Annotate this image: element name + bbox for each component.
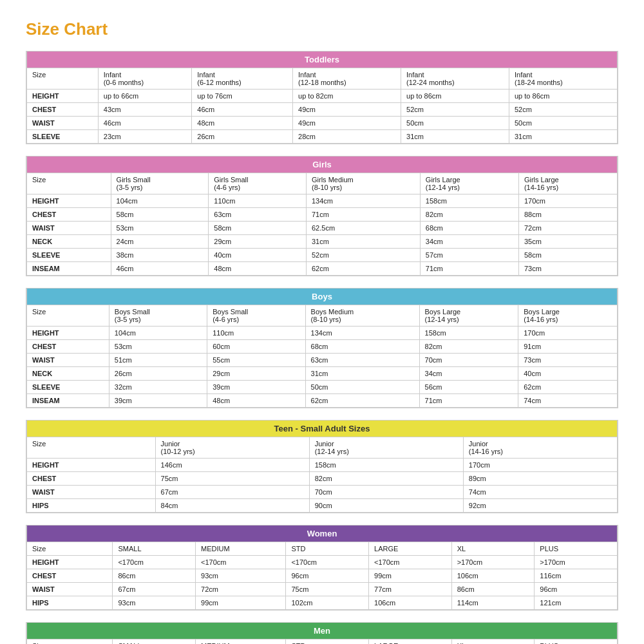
table-cell: <170cm (196, 556, 286, 569)
women-col-1: SMALL (113, 542, 196, 556)
table-cell: 96cm (535, 583, 618, 596)
table-cell: 39cm (109, 394, 207, 408)
toddlers-col-0: Size (27, 68, 99, 90)
table-cell: 24cm (111, 235, 209, 249)
table-cell: 121cm (535, 596, 618, 610)
women-col-0: Size (27, 542, 113, 556)
teen-label: HIPS (27, 499, 156, 513)
table-cell: 110cm (207, 327, 305, 340)
boys-label: INSEAM (27, 394, 109, 408)
page-title: Size Chart (26, 19, 618, 39)
table-cell: 62.5cm (307, 222, 421, 235)
table-cell: 35cm (518, 235, 617, 249)
table-cell: 50cm (305, 381, 419, 394)
table-cell: 62cm (305, 394, 419, 408)
table-cell: 114cm (451, 596, 535, 610)
table-cell: 99cm (369, 569, 452, 583)
women-col-6: PLUS (535, 542, 618, 556)
table-cell: 134cm (307, 194, 421, 208)
girls-label: INSEAM (27, 262, 111, 276)
table-cell: 104cm (111, 194, 209, 208)
table-row: WAIST67cm72cm75cm77cm86cm96cm (27, 583, 618, 596)
table-cell: 63cm (209, 208, 307, 222)
girls-col-4: Girls Large (12-14 yrs) (420, 173, 518, 194)
boys-label: WAIST (27, 354, 109, 367)
boys-col-5: Boys Large (14-16 yrs) (518, 305, 618, 327)
girls-col-0: Size (27, 173, 111, 194)
table-cell: 49cm (293, 117, 401, 130)
table-cell: 40cm (209, 249, 307, 262)
women-header: Women (27, 526, 618, 542)
table-cell: 170cm (463, 459, 617, 472)
women-col-3: STD (286, 542, 369, 556)
table-cell: 55cm (207, 354, 305, 367)
table-cell: 32cm (109, 381, 207, 394)
toddlers-label: WAIST (27, 117, 99, 130)
men-col-6: PLUS (535, 639, 618, 645)
table-row: NECK24cm29cm31cm34cm35cm (27, 235, 618, 249)
table-cell: 75cm (286, 583, 369, 596)
table-cell: 50cm (509, 117, 618, 130)
toddlers-col-5: Infant (18-24 months) (509, 68, 618, 90)
table-cell: 73cm (518, 262, 617, 276)
table-cell: up to 76cm (192, 90, 293, 103)
table-row: WAIST51cm55cm63cm70cm73cm (27, 354, 618, 367)
table-cell: 106cm (451, 569, 535, 583)
teen-label: WAIST (27, 486, 156, 499)
table-cell: 106cm (369, 596, 452, 610)
table-cell: 86cm (451, 583, 535, 596)
table-cell: 91cm (518, 340, 618, 354)
table-cell: 90cm (309, 499, 463, 513)
table-cell: 158cm (420, 194, 518, 208)
table-cell: 67cm (155, 486, 309, 499)
table-cell: 34cm (419, 367, 518, 381)
table-row: SLEEVE23cm26cm28cm31cm31cm (27, 130, 618, 144)
table-row: HEIGHTup to 66cmup to 76cmup to 82cmup t… (27, 90, 618, 103)
table-row: CHEST53cm60cm68cm82cm91cm (27, 340, 618, 354)
table-cell: 86cm (113, 569, 196, 583)
table-row: HEIGHT104cm110cm134cm158cm170cm (27, 327, 618, 340)
table-cell: 72cm (196, 583, 286, 596)
table-cell: 99cm (196, 596, 286, 610)
table-cell: 31cm (509, 130, 618, 144)
table-row: HIPS84cm90cm92cm (27, 499, 618, 513)
table-cell: 23cm (98, 130, 192, 144)
table-cell: 72cm (518, 222, 617, 235)
women-col-4: LARGE (369, 542, 452, 556)
men-header: Men (27, 623, 618, 639)
table-cell: 75cm (155, 472, 309, 486)
table-row: CHEST58cm63cm71cm82cm88cm (27, 208, 618, 222)
table-cell: >170cm (535, 556, 618, 569)
table-cell: 89cm (463, 472, 617, 486)
table-cell: 43cm (98, 103, 192, 117)
table-cell: 39cm (207, 381, 305, 394)
table-row: CHEST86cm93cm96cm99cm106cm116cm (27, 569, 618, 583)
table-cell: 77cm (369, 583, 452, 596)
table-cell: 34cm (420, 235, 518, 249)
teen-col-3: Junior (14-16 yrs) (463, 437, 617, 459)
table-cell: 93cm (113, 596, 196, 610)
teen-col-1: Junior (10-12 yrs) (155, 437, 309, 459)
toddlers-label: SLEEVE (27, 130, 99, 144)
boys-label: SLEEVE (27, 381, 109, 394)
table-cell: up to 86cm (401, 90, 509, 103)
boys-col-2: Boys Small (4-6 yrs) (207, 305, 305, 327)
table-cell: 93cm (196, 569, 286, 583)
section-men: MenSizeSMALLMEDIUMSTDLARGEXLPLUSHEIGHT<1… (26, 622, 618, 644)
teen-label: HEIGHT (27, 459, 156, 472)
table-cell: 57cm (420, 249, 518, 262)
table-cell: 104cm (109, 327, 207, 340)
toddlers-col-3: Infant (12-18 months) (293, 68, 401, 90)
table-cell: 60cm (207, 340, 305, 354)
table-cell: 62cm (518, 381, 618, 394)
women-col-2: MEDIUM (196, 542, 286, 556)
section-toddlers: ToddlersSizeInfant (0-6 months)Infant (6… (26, 51, 618, 144)
table-cell: 31cm (307, 235, 421, 249)
table-cell: up to 82cm (293, 90, 401, 103)
girls-col-3: Girls Medium (8-10 yrs) (307, 173, 421, 194)
boys-header: Boys (27, 289, 618, 305)
table-cell: <170cm (369, 556, 452, 569)
table-cell: 82cm (419, 340, 518, 354)
table-cell: 52cm (401, 103, 509, 117)
table-cell: 170cm (518, 327, 618, 340)
